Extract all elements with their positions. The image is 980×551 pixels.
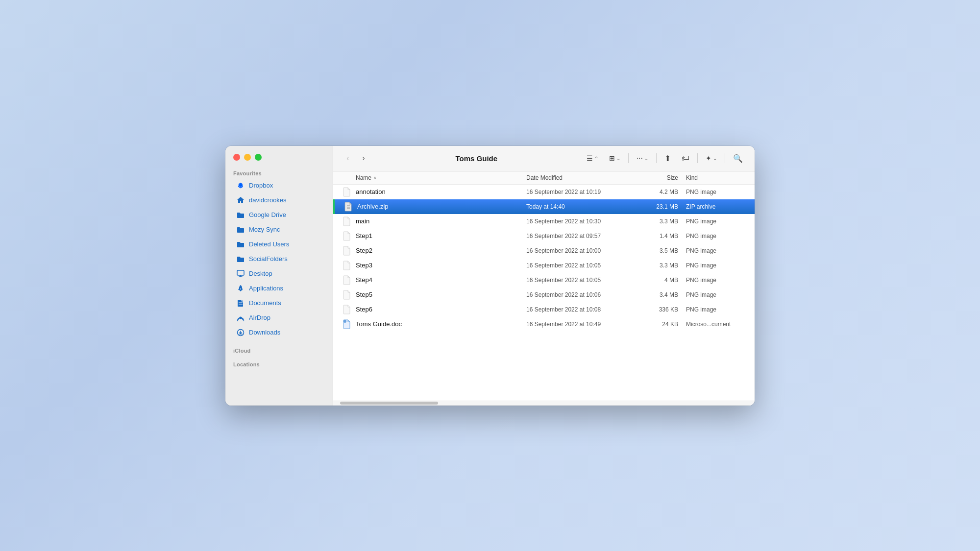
dropbox-button[interactable]: ✦ ⌄ [702,152,721,164]
minimize-button[interactable] [244,154,251,161]
table-row[interactable]: Step2 16 September 2022 at 10:00 3.5 MB … [333,243,755,258]
favourites-section-label: Favourites [225,167,333,178]
file-name: annotation [356,188,526,195]
share-button[interactable]: ⬆ [661,152,675,165]
sidebar-item-davidcrookes[interactable]: davidcrookes [228,193,330,207]
file-name: Step1 [356,232,526,240]
more-options-button[interactable]: ··· ⌄ [633,152,652,165]
sidebar-item-label-googledrive: Google Drive [249,211,286,218]
file-size: 4.2 MB [629,189,678,195]
doc-icon [236,299,245,308]
file-size: 336 KB [629,306,678,313]
file-size: 3.5 MB [629,247,678,254]
folder-icon-mozysync [236,225,245,234]
svg-rect-0 [237,270,244,275]
toolbar-title: Toms Guide [378,154,575,163]
svg-rect-7 [347,205,350,206]
sidebar-item-downloads[interactable]: Downloads [228,326,330,339]
file-name: Toms Guide.doc [356,320,526,328]
svg-point-1 [240,288,241,289]
sidebar-item-label-airdrop: AirDrop [249,314,270,321]
file-date: 16 September 2022 at 10:00 [526,247,629,254]
sidebar-item-label-deletedusers: Deleted Users [249,240,289,248]
scrollbar-track[interactable] [333,401,755,406]
close-button[interactable] [233,154,240,161]
tag-icon: 🏷 [682,154,689,163]
file-date: Today at 14:40 [526,203,629,210]
table-row[interactable]: Step5 16 September 2022 at 10:06 3.4 MB … [333,287,755,302]
finder-content: annotation 16 September 2022 at 10:19 4.… [333,185,755,401]
file-date: 16 September 2022 at 10:19 [526,189,629,195]
toolbar-divider-1 [628,153,629,163]
sidebar-item-mozy-sync[interactable]: Mozy Sync [228,223,330,237]
file-icon [341,187,353,197]
column-header-size[interactable]: Size [629,174,678,181]
file-icon [341,290,353,300]
column-header-kind[interactable]: Kind [678,174,747,181]
sidebar-item-label-applications: Applications [249,285,283,292]
sidebar-item-documents[interactable]: Documents [228,296,330,310]
file-kind: PNG image [678,189,747,195]
file-date: 16 September 2022 at 10:30 [526,218,629,225]
sidebar-item-dropbox[interactable]: Dropbox [228,179,330,192]
table-row[interactable]: main 16 September 2022 at 10:30 3.3 MB P… [333,214,755,229]
locations-section-label: Locations [225,358,333,369]
file-size: 4 MB [629,277,678,284]
file-name: Step2 [356,247,526,254]
share-icon: ⬆ [664,154,671,163]
toolbar-actions: ☰ ⌃ ⊞ ⌄ ··· ⌄ [583,152,747,165]
sidebar-item-label-mozysync: Mozy Sync [249,226,280,233]
sidebar-item-socialfolders[interactable]: SocialFolders [228,252,330,266]
toolbar-divider-2 [656,153,657,163]
file-icon [341,231,353,241]
sidebar-item-desktop[interactable]: Desktop [228,267,330,281]
file-name: Step3 [356,262,526,269]
forward-button[interactable]: › [357,151,370,165]
scrollbar-thumb[interactable] [340,402,438,405]
file-size: 3.3 MB [629,218,678,225]
file-size: 24 KB [629,321,678,328]
file-size: 1.4 MB [629,233,678,240]
traffic-lights [225,146,333,167]
search-icon: 🔍 [733,154,743,163]
sidebar-item-google-drive[interactable]: Google Drive [228,208,330,222]
airdrop-icon [236,313,245,322]
grid-view-button[interactable]: ⊞ ⌄ [605,152,624,164]
monitor-icon [236,269,245,278]
toolbar-divider-4 [725,153,725,163]
toolbar-nav: ‹ › [341,151,370,165]
file-kind: PNG image [678,233,747,240]
table-row[interactable]: Step4 16 September 2022 at 10:05 4 MB PN… [333,273,755,287]
download-icon [236,328,245,337]
sidebar-item-airdrop[interactable]: AirDrop [228,311,330,325]
view-options-button[interactable]: ☰ ⌃ [583,152,602,164]
table-row[interactable]: Step6 16 September 2022 at 10:08 336 KB … [333,302,755,317]
folder-icon-socialfolders [236,255,245,264]
sidebar-item-applications[interactable]: Applications [228,282,330,295]
table-row[interactable]: Step3 16 September 2022 at 10:05 3.3 MB … [333,258,755,273]
file-list-header: Name ∧ Date Modified Size Kind [333,171,755,185]
tag-button[interactable]: 🏷 [678,152,693,165]
file-size: 3.3 MB [629,262,678,269]
file-icon [341,319,353,329]
table-row[interactable]: annotation 16 September 2022 at 10:19 4.… [333,185,755,199]
column-header-date[interactable]: Date Modified [526,174,629,181]
file-date: 16 September 2022 at 10:05 [526,277,629,284]
maximize-button[interactable] [255,154,262,161]
table-row[interactable]: Step1 16 September 2022 at 09:57 1.4 MB … [333,229,755,243]
dropbox-chevron-icon: ⌄ [713,156,717,161]
back-button[interactable]: ‹ [341,151,355,165]
file-icon [343,202,354,212]
file-name: Step5 [356,291,526,298]
table-row[interactable]: Archive.zip Today at 14:40 23.1 MB ZIP a… [333,199,755,214]
ellipsis-chevron-icon: ⌄ [644,156,648,161]
file-size: 23.1 MB [629,203,678,210]
search-button[interactable]: 🔍 [729,152,747,165]
file-kind: ZIP archive [678,203,747,210]
toolbar-divider-3 [697,153,698,163]
file-kind: PNG image [678,218,747,225]
file-icon [341,261,353,270]
column-header-name[interactable]: Name ∧ [356,174,526,181]
table-row[interactable]: Toms Guide.doc 16 September 2022 at 10:4… [333,317,755,332]
sidebar-item-deleted-users[interactable]: Deleted Users [228,238,330,251]
